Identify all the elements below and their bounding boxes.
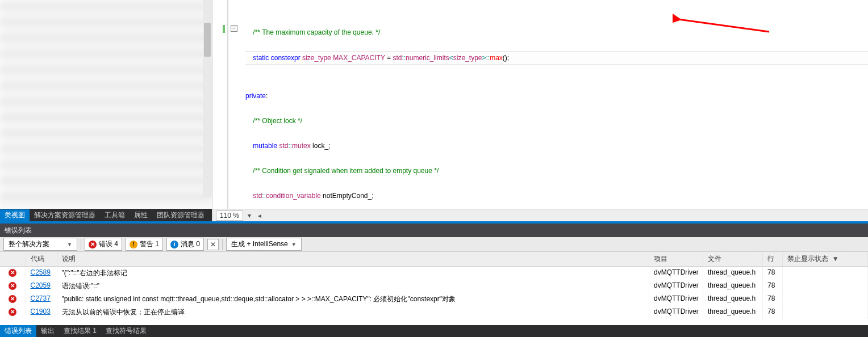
code-text: /** The maximum capacity of the queue. *… <box>245 28 380 36</box>
error-list-title: 错误列表 <box>0 224 868 237</box>
error-description: "(":"::"右边的非法标记 <box>57 267 649 280</box>
warnings-filter-button[interactable]: ! 警告 1 <box>126 238 163 251</box>
error-code-link[interactable]: C2589 <box>31 268 51 276</box>
scope-select[interactable]: 整个解决方案▼ <box>3 238 77 251</box>
error-code-link[interactable]: C1903 <box>31 307 51 315</box>
error-description: "public: static unsigned int const mqtt:… <box>57 293 649 306</box>
error-icon: ✕ <box>9 282 16 290</box>
error-description: 语法错误:"::" <box>57 280 649 293</box>
error-file: thread_queue.h <box>703 267 763 280</box>
error-description: 无法从以前的错误中恢复；正在停止编译 <box>57 306 649 319</box>
solution-explorer-panel: 类视图 解决方案资源管理器 工具箱 属性 团队资源管理器 <box>0 0 212 221</box>
header-project[interactable]: 项目 <box>649 252 703 267</box>
chevron-down-icon: ▼ <box>291 242 297 247</box>
header-line[interactable]: 行 <box>763 252 783 267</box>
error-project: dvMQTTDriver <box>649 280 703 293</box>
vertical-scrollbar[interactable] <box>203 0 212 197</box>
tab-error-list[interactable]: 错误列表 <box>0 325 36 337</box>
blurred-tree <box>0 0 212 209</box>
zoom-select[interactable]: 110 % <box>216 210 243 221</box>
tab-properties[interactable]: 属性 <box>130 209 152 221</box>
errors-filter-button[interactable]: ✕ 错误 4 <box>85 238 122 251</box>
tab-team-explorer[interactable]: 团队资源管理器 <box>152 209 209 221</box>
error-file: thread_queue.h <box>703 293 763 306</box>
error-line: 78 <box>763 293 783 306</box>
error-file: thread_queue.h <box>703 280 763 293</box>
tab-find-symbol-results[interactable]: 查找符号结果 <box>101 325 151 337</box>
left-panel-tabs: 类视图 解决方案资源管理器 工具箱 属性 团队资源管理器 <box>0 209 212 221</box>
header-icon[interactable] <box>0 252 26 267</box>
messages-filter-button[interactable]: i 消息 0 <box>166 238 204 251</box>
chevron-down-icon[interactable]: ▾ <box>245 212 253 220</box>
editor-gutter[interactable]: − <box>212 0 241 209</box>
error-project: dvMQTTDriver <box>649 293 703 306</box>
error-row[interactable]: ✕C2059语法错误:"::"dvMQTTDriverthread_queue.… <box>0 280 868 293</box>
header-code[interactable]: 代码 <box>26 252 57 267</box>
error-row[interactable]: ✕C2589"(":"::"右边的非法标记dvMQTTDriverthread_… <box>0 267 868 280</box>
error-code-link[interactable]: C2737 <box>31 294 51 302</box>
change-mark <box>223 25 225 33</box>
divider <box>81 239 81 250</box>
tab-toolbox[interactable]: 工具箱 <box>100 209 130 221</box>
chevron-left-icon[interactable]: ◂ <box>256 212 264 220</box>
tab-class-view[interactable]: 类视图 <box>0 209 30 221</box>
scroll-thumb[interactable] <box>204 23 211 57</box>
tab-find-results-1[interactable]: 查找结果 1 <box>59 325 101 337</box>
tab-solution-explorer[interactable]: 解决方案资源管理器 <box>30 209 100 221</box>
gutter-divider <box>227 0 228 209</box>
header-suppress[interactable]: 禁止显示状态 ▼ <box>783 252 868 267</box>
error-row[interactable]: ✕C1903无法从以前的错误中恢复；正在停止编译dvMQTTDriverthre… <box>0 306 868 319</box>
error-line: 78 <box>763 280 783 293</box>
error-file: thread_queue.h <box>703 306 763 319</box>
code-area[interactable]: /** The maximum capacity of the queue. *… <box>241 0 868 209</box>
error-suppress <box>783 267 868 280</box>
error-line: 78 <box>763 306 783 319</box>
code-editor: − /** The maximum capacity of the queue.… <box>212 0 868 221</box>
error-icon: ✕ <box>89 241 97 248</box>
error-line: 78 <box>763 267 783 280</box>
error-suppress <box>783 306 868 319</box>
error-grid[interactable]: 代码 说明 项目 文件 行 禁止显示状态 ▼ ✕C2589"(":"::"右边的… <box>0 252 868 325</box>
error-icon: ✕ <box>9 295 16 303</box>
filter-icon[interactable]: ▼ <box>832 255 839 263</box>
zoom-bar: 110 % ▾ ◂ <box>212 209 868 221</box>
error-code-link[interactable]: C2059 <box>31 281 51 289</box>
highlighted-line: static constexpr size_type MAX_CAPACITY … <box>245 51 868 65</box>
build-intellisense-select[interactable]: 生成 + IntelliSense▼ <box>226 238 302 251</box>
error-list-panel: 错误列表 整个解决方案▼ ✕ 错误 4 ! 警告 1 i 消息 0 ✕ 生成 +… <box>0 221 868 337</box>
header-desc[interactable]: 说明 <box>57 252 649 267</box>
error-row[interactable]: ✕C2737"public: static unsigned int const… <box>0 293 868 306</box>
error-list-toolbar: 整个解决方案▼ ✕ 错误 4 ! 警告 1 i 消息 0 ✕ 生成 + Inte… <box>0 237 868 252</box>
error-project: dvMQTTDriver <box>649 267 703 280</box>
warning-icon: ! <box>130 241 137 248</box>
grid-header-row: 代码 说明 项目 文件 行 禁止显示状态 ▼ <box>0 252 868 267</box>
error-icon: ✕ <box>9 269 16 277</box>
tab-output[interactable]: 输出 <box>36 325 59 337</box>
bottom-panel-tabs: 错误列表 输出 查找结果 1 查找符号结果 <box>0 325 868 337</box>
fold-toggle[interactable]: − <box>231 25 237 32</box>
info-icon: i <box>170 241 178 248</box>
chevron-down-icon: ▼ <box>67 242 72 247</box>
error-suppress <box>783 293 868 306</box>
error-suppress <box>783 280 868 293</box>
tree-area[interactable] <box>0 0 212 209</box>
clear-button[interactable]: ✕ <box>207 239 219 250</box>
error-icon: ✕ <box>9 308 16 316</box>
divider <box>222 239 223 250</box>
error-project: dvMQTTDriver <box>649 306 703 319</box>
header-file[interactable]: 文件 <box>703 252 763 267</box>
